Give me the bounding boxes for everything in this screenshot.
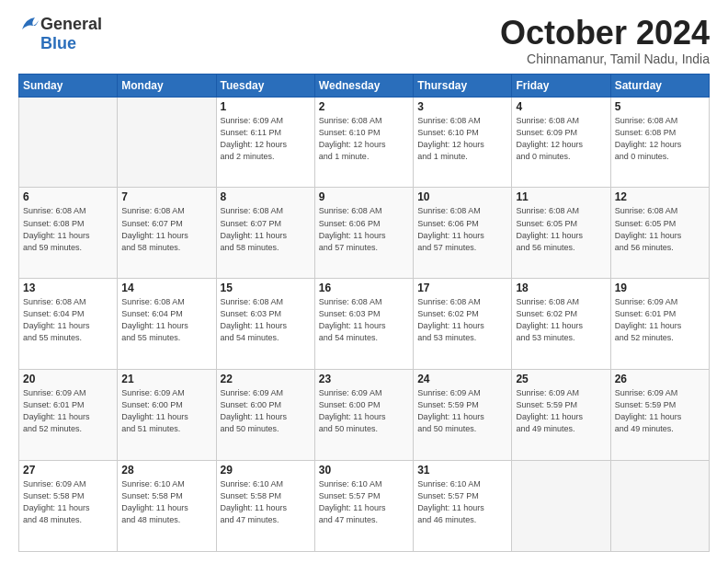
table-row: 6Sunrise: 6:08 AM Sunset: 6:08 PM Daylig… [19, 188, 118, 279]
month-title: October 2024 [500, 15, 710, 52]
table-row: 20Sunrise: 6:09 AM Sunset: 6:01 PM Dayli… [19, 370, 118, 461]
day-info: Sunrise: 6:08 AM Sunset: 6:05 PM Dayligh… [615, 205, 705, 253]
page: General Blue October 2024 Chinnamanur, T… [0, 0, 728, 563]
day-info: Sunrise: 6:08 AM Sunset: 6:07 PM Dayligh… [221, 205, 311, 253]
day-number: 27 [23, 464, 113, 477]
table-row: 11Sunrise: 6:08 AM Sunset: 6:05 PM Dayli… [512, 188, 610, 279]
day-number: 30 [319, 464, 409, 477]
day-number: 19 [615, 282, 705, 294]
calendar-header-row: Sunday Monday Tuesday Wednesday Thursday… [19, 74, 710, 97]
col-saturday: Saturday [610, 74, 709, 97]
header: General Blue October 2024 Chinnamanur, T… [18, 15, 710, 66]
day-number: 16 [319, 282, 409, 294]
table-row: 29Sunrise: 6:10 AM Sunset: 5:58 PM Dayli… [216, 461, 314, 552]
day-info: Sunrise: 6:09 AM Sunset: 6:01 PM Dayligh… [615, 296, 705, 344]
day-number: 11 [516, 190, 606, 203]
table-row [118, 97, 216, 188]
table-row: 8Sunrise: 6:08 AM Sunset: 6:07 PM Daylig… [216, 188, 314, 279]
day-info: Sunrise: 6:10 AM Sunset: 5:58 PM Dayligh… [121, 478, 211, 526]
table-row: 3Sunrise: 6:08 AM Sunset: 6:10 PM Daylig… [414, 97, 512, 188]
day-number: 25 [516, 373, 606, 385]
day-number: 13 [23, 282, 113, 294]
day-number: 2 [319, 100, 409, 113]
day-info: Sunrise: 6:08 AM Sunset: 6:02 PM Dayligh… [516, 296, 606, 344]
table-row: 7Sunrise: 6:08 AM Sunset: 6:07 PM Daylig… [118, 188, 216, 279]
day-info: Sunrise: 6:09 AM Sunset: 6:01 PM Dayligh… [23, 387, 113, 435]
day-info: Sunrise: 6:09 AM Sunset: 5:59 PM Dayligh… [417, 387, 507, 435]
table-row: 16Sunrise: 6:08 AM Sunset: 6:03 PM Dayli… [314, 279, 413, 370]
day-number: 10 [417, 190, 507, 203]
col-wednesday: Wednesday [314, 74, 413, 97]
table-row [512, 461, 610, 552]
day-info: Sunrise: 6:10 AM Sunset: 5:58 PM Dayligh… [221, 478, 311, 526]
day-info: Sunrise: 6:08 AM Sunset: 6:04 PM Dayligh… [121, 296, 211, 344]
table-row: 17Sunrise: 6:08 AM Sunset: 6:02 PM Dayli… [414, 279, 512, 370]
col-tuesday: Tuesday [216, 74, 314, 97]
logo: General Blue [18, 15, 102, 53]
day-info: Sunrise: 6:08 AM Sunset: 6:03 PM Dayligh… [319, 296, 409, 344]
table-row: 30Sunrise: 6:10 AM Sunset: 5:57 PM Dayli… [314, 461, 413, 552]
logo-icon [18, 17, 39, 33]
day-number: 20 [23, 373, 113, 385]
day-info: Sunrise: 6:08 AM Sunset: 6:08 PM Dayligh… [615, 115, 705, 163]
day-number: 23 [319, 373, 409, 385]
day-number: 9 [319, 190, 409, 203]
day-number: 8 [221, 190, 311, 203]
table-row: 19Sunrise: 6:09 AM Sunset: 6:01 PM Dayli… [610, 279, 709, 370]
col-monday: Monday [118, 74, 216, 97]
day-info: Sunrise: 6:08 AM Sunset: 6:06 PM Dayligh… [319, 205, 409, 253]
day-info: Sunrise: 6:08 AM Sunset: 6:06 PM Dayligh… [417, 205, 507, 253]
day-number: 17 [417, 282, 507, 294]
table-row: 15Sunrise: 6:08 AM Sunset: 6:03 PM Dayli… [216, 279, 314, 370]
table-row: 10Sunrise: 6:08 AM Sunset: 6:06 PM Dayli… [414, 188, 512, 279]
day-info: Sunrise: 6:10 AM Sunset: 5:57 PM Dayligh… [417, 478, 507, 526]
day-number: 4 [516, 100, 606, 113]
day-info: Sunrise: 6:08 AM Sunset: 6:10 PM Dayligh… [417, 115, 507, 163]
day-number: 5 [615, 100, 705, 113]
table-row [610, 461, 709, 552]
day-info: Sunrise: 6:08 AM Sunset: 6:09 PM Dayligh… [516, 115, 606, 163]
title-area: October 2024 Chinnamanur, Tamil Nadu, In… [500, 15, 710, 66]
table-row: 23Sunrise: 6:09 AM Sunset: 6:00 PM Dayli… [314, 370, 413, 461]
table-row: 24Sunrise: 6:09 AM Sunset: 5:59 PM Dayli… [414, 370, 512, 461]
day-info: Sunrise: 6:09 AM Sunset: 6:00 PM Dayligh… [121, 387, 211, 435]
day-info: Sunrise: 6:08 AM Sunset: 6:07 PM Dayligh… [121, 205, 211, 253]
day-number: 18 [516, 282, 606, 294]
col-friday: Friday [512, 74, 610, 97]
table-row: 22Sunrise: 6:09 AM Sunset: 6:00 PM Dayli… [216, 370, 314, 461]
logo-text-blue: Blue [40, 34, 76, 53]
day-info: Sunrise: 6:10 AM Sunset: 5:57 PM Dayligh… [319, 478, 409, 526]
table-row: 25Sunrise: 6:09 AM Sunset: 5:59 PM Dayli… [512, 370, 610, 461]
col-sunday: Sunday [19, 74, 118, 97]
table-row: 2Sunrise: 6:08 AM Sunset: 6:10 PM Daylig… [314, 97, 413, 188]
day-info: Sunrise: 6:09 AM Sunset: 5:59 PM Dayligh… [516, 387, 606, 435]
day-number: 28 [121, 464, 211, 477]
day-number: 22 [221, 373, 311, 385]
day-number: 7 [121, 190, 211, 203]
day-number: 3 [417, 100, 507, 113]
day-number: 6 [23, 190, 113, 203]
day-number: 29 [221, 464, 311, 477]
day-number: 26 [615, 373, 705, 385]
table-row: 1Sunrise: 6:09 AM Sunset: 6:11 PM Daylig… [216, 97, 314, 188]
table-row [19, 97, 118, 188]
day-info: Sunrise: 6:08 AM Sunset: 6:04 PM Dayligh… [23, 296, 113, 344]
day-info: Sunrise: 6:08 AM Sunset: 6:05 PM Dayligh… [516, 205, 606, 253]
col-thursday: Thursday [414, 74, 512, 97]
day-info: Sunrise: 6:09 AM Sunset: 6:00 PM Dayligh… [221, 387, 311, 435]
day-number: 12 [615, 190, 705, 203]
day-number: 24 [417, 373, 507, 385]
table-row: 12Sunrise: 6:08 AM Sunset: 6:05 PM Dayli… [610, 188, 709, 279]
table-row: 21Sunrise: 6:09 AM Sunset: 6:00 PM Dayli… [118, 370, 216, 461]
table-row: 31Sunrise: 6:10 AM Sunset: 5:57 PM Dayli… [414, 461, 512, 552]
subtitle: Chinnamanur, Tamil Nadu, India [500, 52, 710, 66]
day-number: 21 [121, 373, 211, 385]
day-info: Sunrise: 6:09 AM Sunset: 5:58 PM Dayligh… [23, 478, 113, 526]
day-info: Sunrise: 6:09 AM Sunset: 5:59 PM Dayligh… [615, 387, 705, 435]
table-row: 5Sunrise: 6:08 AM Sunset: 6:08 PM Daylig… [610, 97, 709, 188]
table-row: 9Sunrise: 6:08 AM Sunset: 6:06 PM Daylig… [314, 188, 413, 279]
table-row: 26Sunrise: 6:09 AM Sunset: 5:59 PM Dayli… [610, 370, 709, 461]
table-row: 4Sunrise: 6:08 AM Sunset: 6:09 PM Daylig… [512, 97, 610, 188]
table-row: 13Sunrise: 6:08 AM Sunset: 6:04 PM Dayli… [19, 279, 118, 370]
day-info: Sunrise: 6:08 AM Sunset: 6:03 PM Dayligh… [221, 296, 311, 344]
